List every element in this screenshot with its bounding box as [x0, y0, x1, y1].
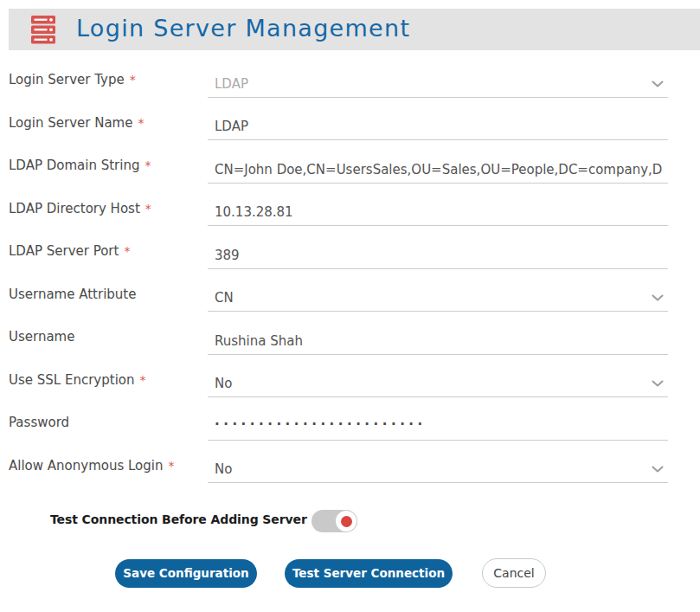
field-value: ........................: [215, 414, 668, 428]
field-label: Password: [9, 397, 208, 441]
field-label: Allow Anonymous Login*: [9, 441, 208, 484]
field-label-text: Login Server Name: [9, 115, 132, 131]
field-label: LDAP Directory Host*: [9, 184, 208, 227]
required-asterisk: *: [168, 459, 174, 473]
field-value: No: [215, 377, 668, 391]
username-input[interactable]: Rushina Shah: [208, 312, 668, 355]
required-asterisk: *: [140, 373, 146, 387]
field-value: No: [215, 462, 668, 477]
save-configuration-button[interactable]: Save Configuration: [115, 559, 257, 588]
field-label: LDAP Domain String*: [9, 140, 208, 184]
field-label: Login Server Name*: [9, 98, 208, 141]
form-row: Login Server Name* LDAP: [9, 98, 668, 141]
server-stack-icon: [31, 16, 55, 44]
field-label-text: Login Server Type: [9, 72, 125, 87]
ldap-domain-string-input[interactable]: CN=John Doe,CN=UsersSales,OU=Sales,OU=Pe…: [208, 140, 668, 184]
form-row: Username Rushina Shah: [9, 312, 668, 355]
cancel-button[interactable]: Cancel: [482, 558, 546, 588]
field-value: 389: [215, 248, 668, 263]
form-row: Username Attribute CN: [9, 269, 668, 312]
field-label: LDAP Server Port*: [9, 226, 208, 269]
field-label-text: Username Attribute: [9, 287, 136, 302]
ldap-server-port-input[interactable]: 389: [208, 226, 668, 269]
form-row: Allow Anonymous Login* No: [9, 441, 668, 484]
field-label: Username: [9, 312, 208, 355]
login-server-form: Login Server Type* LDAP Login Server Nam…: [9, 55, 668, 483]
toggle-knob-dot: [341, 516, 352, 527]
required-asterisk: *: [124, 244, 130, 258]
field-label-text: Username: [9, 329, 74, 345]
action-buttons: Save Configuration Test Server Connectio…: [115, 558, 546, 588]
field-label: Username Attribute: [9, 269, 208, 312]
field-value: Rushina Shah: [215, 334, 668, 349]
allow-anonymous-login-select[interactable]: No: [208, 441, 668, 484]
field-value: CN=John Doe,CN=UsersSales,OU=Sales,OU=Pe…: [215, 163, 668, 177]
chevron-down-icon: [652, 466, 664, 473]
page-title: Login Server Management: [76, 15, 410, 44]
test-server-connection-button[interactable]: Test Server Connection: [285, 559, 453, 588]
field-label: Use SSL Encryption*: [9, 355, 208, 398]
password-input[interactable]: ........................: [208, 397, 668, 441]
form-row: Use SSL Encryption* No: [9, 355, 668, 398]
field-label-text: LDAP Directory Host: [9, 201, 140, 216]
field-value: 10.13.28.81: [215, 205, 668, 220]
field-label-text: LDAP Domain String: [9, 158, 139, 173]
use-ssl-encryption-select[interactable]: No: [208, 355, 668, 398]
toggle-label: Test Connection Before Adding Server: [50, 512, 307, 526]
form-row: Login Server Type* LDAP: [9, 55, 668, 98]
required-asterisk: *: [144, 158, 151, 172]
form-row: LDAP Domain String* CN=John Doe,CN=Users…: [9, 140, 668, 184]
field-label: Login Server Type*: [9, 55, 208, 98]
field-label-text: LDAP Server Port: [9, 243, 119, 259]
form-row: LDAP Directory Host* 10.13.28.81: [9, 184, 668, 227]
page-header: Login Server Management: [9, 9, 700, 50]
required-asterisk: *: [130, 73, 136, 87]
field-label-text: Use SSL Encryption: [9, 372, 135, 388]
field-value: CN: [215, 291, 668, 306]
login-server-type-select[interactable]: LDAP: [208, 55, 668, 98]
field-label-text: Password: [9, 415, 69, 430]
field-value: LDAP: [215, 77, 668, 92]
required-asterisk: *: [145, 202, 151, 216]
field-label-text: Allow Anonymous Login: [9, 458, 163, 473]
toggle-knob: [336, 511, 356, 531]
form-row: Password ........................: [9, 397, 668, 441]
chevron-down-icon: [652, 294, 664, 301]
chevron-down-icon: [652, 81, 664, 87]
form-row: LDAP Server Port* 389: [9, 226, 668, 269]
chevron-down-icon: [652, 380, 664, 387]
ldap-directory-host-input[interactable]: 10.13.28.81: [208, 184, 668, 227]
required-asterisk: *: [138, 116, 144, 130]
username-attribute-select[interactable]: CN: [208, 269, 668, 312]
test-connection-toggle[interactable]: [311, 510, 357, 532]
field-value: LDAP: [215, 119, 668, 134]
login-server-name-input[interactable]: LDAP: [208, 98, 668, 141]
